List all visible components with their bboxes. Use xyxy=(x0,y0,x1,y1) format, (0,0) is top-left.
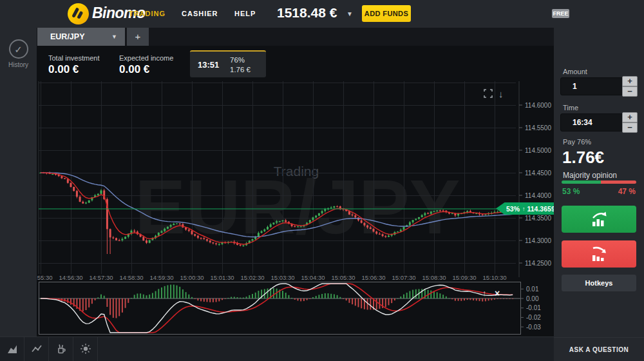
history-check-icon: ✓ xyxy=(9,39,28,59)
indicators-button[interactable] xyxy=(25,337,49,361)
asset-tab-eurjpy[interactable]: EUR/JPY ▼ xyxy=(37,28,125,46)
asset-pair-label: EUR/JPY xyxy=(50,32,85,41)
balance-dropdown-icon[interactable]: ▼ xyxy=(346,10,353,17)
info-bar: Total investment 0.00 € Expected income … xyxy=(37,46,554,79)
amount-decrease-button[interactable]: − xyxy=(622,86,638,97)
svg-text:114.5500: 114.5500 xyxy=(525,124,551,132)
trade-panel: Amount + − Time + − Pay 76% 1.76€ Majori… xyxy=(554,28,644,361)
timer-percent: 76% xyxy=(230,56,245,64)
svg-text:14:56:30: 14:56:30 xyxy=(59,274,83,281)
svg-text:15:01:30: 15:01:30 xyxy=(211,274,234,281)
badge-price: 114.3659 xyxy=(527,205,554,213)
svg-text:14:57:30: 14:57:30 xyxy=(90,274,113,281)
tools-button[interactable] xyxy=(50,337,73,361)
svg-text:-0.01: -0.01 xyxy=(526,304,541,311)
area-chart-icon xyxy=(6,342,19,355)
svg-text:0.00: 0.00 xyxy=(526,295,539,302)
total-investment-label: Total investment xyxy=(48,54,99,62)
pay-label: Pay 76% xyxy=(563,138,591,146)
svg-text:15:03:30: 15:03:30 xyxy=(271,274,295,281)
time-field-wrap: + − xyxy=(560,113,638,132)
call-icon xyxy=(587,210,611,228)
svg-text:114.6000: 114.6000 xyxy=(525,102,551,109)
history-label: History xyxy=(0,61,37,68)
svg-text:15:07:30: 15:07:30 xyxy=(392,274,416,281)
svg-text:15:04:30: 15:04:30 xyxy=(301,274,325,281)
total-investment-value: 0.00 € xyxy=(48,63,99,76)
badge-up-arrow-icon: ↑ xyxy=(522,206,526,212)
time-increase-button[interactable]: + xyxy=(622,112,638,122)
majority-down-percent: 47 % xyxy=(618,187,636,196)
left-sidebar: ✓ History xyxy=(0,28,37,337)
amount-increase-button[interactable]: + xyxy=(622,76,638,86)
add-asset-button[interactable]: + xyxy=(127,28,149,46)
svg-text:15:05:30: 15:05:30 xyxy=(332,274,355,281)
expected-income-value: 0.00 € xyxy=(119,63,173,76)
svg-text:15:02:30: 15:02:30 xyxy=(241,274,265,281)
majority-down-segment xyxy=(601,180,636,184)
bottom-toolbar xyxy=(0,337,554,361)
majority-opinion-bar xyxy=(562,180,636,184)
brightness-button[interactable] xyxy=(74,337,98,361)
timer-value: 13:51 xyxy=(198,60,219,70)
majority-up-percent: 53 % xyxy=(562,187,580,196)
put-button[interactable] xyxy=(562,240,636,268)
nav-cashier[interactable]: CASHIER xyxy=(182,10,218,17)
chart-type-area-button[interactable] xyxy=(1,337,24,361)
account-balance[interactable]: 1518.48 € xyxy=(277,5,337,21)
chart-area: TradingEUR/JPY114.6000114.5500114.500011… xyxy=(37,28,554,337)
pay-value: 1.76€ xyxy=(562,148,604,168)
majority-opinion-label: Majority opinion xyxy=(563,171,617,180)
svg-text:EUR/JPY: EUR/JPY xyxy=(135,164,460,249)
put-icon xyxy=(587,245,611,263)
option-timer-card[interactable]: 13:51 76% 1.76 € xyxy=(190,50,266,77)
call-button[interactable] xyxy=(562,206,636,233)
asset-tab-row: EUR/JPY ▼ + xyxy=(37,28,554,46)
nav-trading[interactable]: TRADING xyxy=(129,10,166,17)
time-decrease-button[interactable]: − xyxy=(622,122,638,133)
timer-payout: 1.76 € xyxy=(230,66,251,73)
hotkeys-button[interactable]: Hotkeys xyxy=(562,275,636,291)
svg-text:114.3000: 114.3000 xyxy=(525,237,551,244)
majority-up-segment xyxy=(562,180,601,184)
top-bar: Binomo TRADING CASHIER HELP 1518.48 € ▼ … xyxy=(0,0,644,28)
history-button[interactable]: ✓ History xyxy=(0,39,37,68)
expected-income: Expected income 0.00 € xyxy=(119,54,173,76)
nav-help[interactable]: HELP xyxy=(234,10,256,17)
svg-text:114.3500: 114.3500 xyxy=(525,215,551,222)
svg-text:14:59:30: 14:59:30 xyxy=(150,274,174,281)
tools-cup-icon xyxy=(55,342,68,355)
svg-text:0.01: 0.01 xyxy=(526,286,539,293)
badge-percent: 53% xyxy=(506,205,520,213)
svg-text:114.4500: 114.4500 xyxy=(525,170,551,177)
ask-question-button[interactable]: ASK A QUESTION xyxy=(554,337,644,361)
svg-text:15:08:30: 15:08:30 xyxy=(422,274,446,281)
svg-text:-0.02: -0.02 xyxy=(526,314,541,321)
indicator-move-icon[interactable]: ↑ xyxy=(482,288,487,298)
binomo-logo-icon[interactable] xyxy=(68,3,89,24)
add-funds-button[interactable]: ADD FUNDS xyxy=(362,5,411,22)
amount-field-wrap: + − xyxy=(560,77,638,95)
svg-text:14:58:30: 14:58:30 xyxy=(120,274,144,281)
current-price-badge: 53% ↑ 114.3659 xyxy=(496,202,554,215)
svg-text:114.5000: 114.5000 xyxy=(525,147,551,154)
svg-text:15:09:30: 15:09:30 xyxy=(453,274,477,281)
svg-text:-0.03: -0.03 xyxy=(526,324,541,331)
time-label: Time xyxy=(563,104,578,112)
collapse-chart-icon[interactable]: ↓ xyxy=(498,88,504,99)
fullscreen-icon[interactable] xyxy=(484,89,494,99)
svg-text:15:06:30: 15:06:30 xyxy=(362,274,386,281)
brightness-icon xyxy=(79,342,92,355)
expected-income-label: Expected income xyxy=(119,54,173,62)
svg-text:15:10:30: 15:10:30 xyxy=(483,274,507,281)
svg-text:114.2500: 114.2500 xyxy=(525,260,551,267)
svg-text:14:55:30: 14:55:30 xyxy=(37,274,52,281)
line-chart-icon xyxy=(30,342,43,355)
free-badge: FREE xyxy=(552,9,569,18)
total-investment: Total investment 0.00 € xyxy=(48,54,99,76)
svg-text:15:00:30: 15:00:30 xyxy=(180,274,204,281)
amount-label: Amount xyxy=(563,68,587,75)
asset-dropdown-icon[interactable]: ▼ xyxy=(111,28,117,46)
svg-text:114.4000: 114.4000 xyxy=(525,192,551,199)
indicator-close-icon[interactable]: × xyxy=(495,288,500,298)
